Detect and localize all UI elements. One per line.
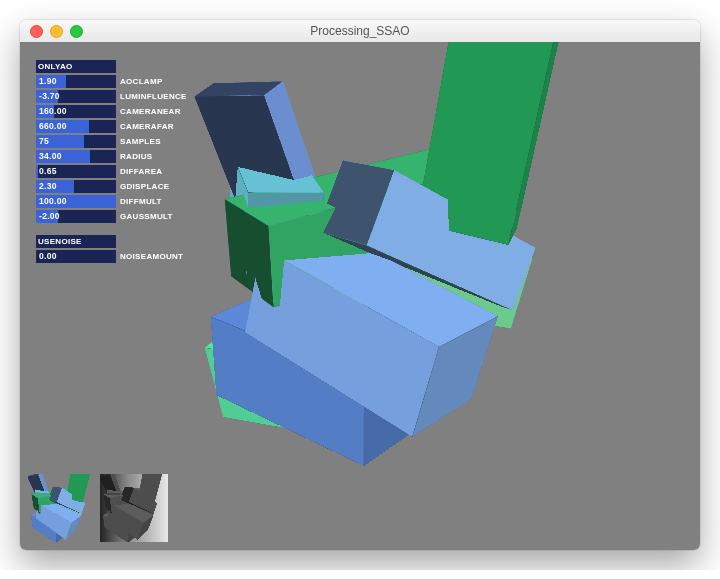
onlyao-label: ONLYAO: [38, 62, 73, 71]
slider-row: 1.90AOCLAMP: [36, 75, 201, 88]
preview-thumbnails: [28, 474, 168, 542]
slider-label: CAMERANEAR: [120, 107, 181, 116]
gdisplace-slider[interactable]: 2.30: [36, 180, 116, 193]
radius-slider[interactable]: 34.00: [36, 150, 116, 163]
noiseamount-row: 0.00 NOISEAMOUNT: [36, 250, 201, 263]
titlebar[interactable]: Processing_SSAO: [20, 20, 700, 43]
slider-label: CAMERAFAR: [120, 122, 174, 131]
slider-label: DIFFMULT: [120, 197, 162, 206]
cameranear-slider[interactable]: 160.00: [36, 105, 116, 118]
slider-row: -3.70LUMINFLUENCE: [36, 90, 201, 103]
slider-label: GAUSSMULT: [120, 212, 173, 221]
diffmult-slider[interactable]: 100.00: [36, 195, 116, 208]
slider-row: 0.65DIFFAREA: [36, 165, 201, 178]
zoom-icon[interactable]: [70, 25, 83, 38]
slider-value: 2.30: [39, 181, 57, 191]
slider-value: 660.00: [39, 121, 67, 131]
luminfluence-slider[interactable]: -3.70: [36, 90, 116, 103]
slider-label: GDISPLACE: [120, 182, 169, 191]
slider-row: 2.30GDISPLACE: [36, 180, 201, 193]
window-title: Processing_SSAO: [20, 24, 700, 38]
camerafar-slider[interactable]: 660.00: [36, 120, 116, 133]
slider-value: 1.90: [39, 76, 57, 86]
slider-label: LUMINFLUENCE: [120, 92, 187, 101]
slider-value: -3.70: [39, 91, 60, 101]
usenoise-toggle[interactable]: USENOISE: [36, 235, 116, 248]
control-panel: ONLYAO 1.90AOCLAMP-3.70LUMINFLUENCE160.0…: [36, 60, 201, 265]
slider-value: 0.00: [39, 251, 57, 261]
slider-row: 160.00CAMERANEAR: [36, 105, 201, 118]
aoclamp-slider[interactable]: 1.90: [36, 75, 116, 88]
viewport: ONLYAO 1.90AOCLAMP-3.70LUMINFLUENCE160.0…: [20, 42, 700, 550]
close-icon[interactable]: [30, 25, 43, 38]
window-controls: [20, 25, 83, 38]
usenoise-label: USENOISE: [38, 237, 82, 246]
app-window: Processing_SSAO ONLYAO 1.90AOCLAMP-3.70L…: [20, 20, 700, 550]
slider-row: 75SAMPLES: [36, 135, 201, 148]
slider-value: 75: [39, 136, 49, 146]
slider-label: SAMPLES: [120, 137, 161, 146]
slider-row: 34.00RADIUS: [36, 150, 201, 163]
slider-value: 100.00: [39, 196, 67, 206]
noiseamount-slider[interactable]: 0.00: [36, 250, 116, 263]
slider-row: -2.00GAUSSMULT: [36, 210, 201, 223]
slider-value: 160.00: [39, 106, 67, 116]
slider-value: 0.65: [39, 166, 57, 176]
slider-label: RADIUS: [120, 152, 152, 161]
onlyao-toggle[interactable]: ONLYAO: [36, 60, 116, 73]
diffarea-slider[interactable]: 0.65: [36, 165, 116, 178]
slider-row: 100.00DIFFMULT: [36, 195, 201, 208]
slider-label: NOISEAMOUNT: [120, 252, 183, 261]
gaussmult-slider[interactable]: -2.00: [36, 210, 116, 223]
color-preview: [28, 474, 96, 542]
samples-slider[interactable]: 75: [36, 135, 116, 148]
slider-label: AOCLAMP: [120, 77, 163, 86]
slider-label: DIFFAREA: [120, 167, 162, 176]
minimize-icon[interactable]: [50, 25, 63, 38]
slider-row: 660.00CAMERAFAR: [36, 120, 201, 133]
slider-value: 34.00: [39, 151, 62, 161]
slider-value: -2.00: [39, 211, 60, 221]
depth-preview: [100, 474, 168, 542]
